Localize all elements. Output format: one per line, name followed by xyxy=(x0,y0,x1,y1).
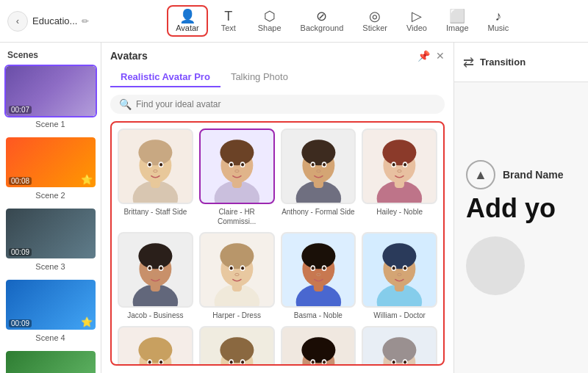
scene-item-2[interactable]: 00:08 ⭐ Scene 2 xyxy=(4,136,96,200)
svg-point-88 xyxy=(159,360,162,363)
avatar-img-7 xyxy=(281,232,356,308)
add-text: Add yo xyxy=(466,195,563,222)
tool-shape[interactable]: ⬡ Shape xyxy=(249,5,290,37)
scene-time-3: 00:09 xyxy=(9,248,32,256)
svg-point-4 xyxy=(138,140,172,165)
svg-point-116 xyxy=(392,360,395,363)
tool-video[interactable]: ▷ Video xyxy=(398,5,436,37)
pin-button[interactable]: 📌 xyxy=(417,50,430,62)
avatar-card-8[interactable]: William - Doctor xyxy=(362,232,437,320)
brand-logo: ▲ xyxy=(466,160,495,189)
avatar-tab-talking[interactable]: Talking Photo xyxy=(220,68,298,87)
avatars-panel: Avatars 📌 ✕ Realistic Avatar ProTalking … xyxy=(101,43,454,373)
avatar-card-6[interactable]: Harper - Dress xyxy=(199,232,275,320)
sticker-icon: ◎ xyxy=(369,10,381,23)
scenes-title: Scenes xyxy=(4,48,96,65)
avatar-card-10[interactable] xyxy=(199,326,275,366)
avatar-card-9[interactable] xyxy=(118,326,193,366)
svg-point-64 xyxy=(301,243,335,269)
scene-time-1: 00:07 xyxy=(9,106,32,114)
canvas-content: ▲ Brand Name Add yo xyxy=(466,160,563,295)
avatar-img-6 xyxy=(199,232,275,308)
close-button[interactable]: ✕ xyxy=(436,50,445,62)
scene-thumb-2: 00:08 ⭐ xyxy=(4,136,97,189)
scene-emoji-4: ⭐ xyxy=(81,316,93,327)
avatar-img-3 xyxy=(281,128,356,204)
brand-name-text: Brand Name xyxy=(503,169,563,181)
svg-point-94 xyxy=(220,337,254,363)
back-icon: ‹ xyxy=(16,15,19,26)
svg-point-118 xyxy=(404,360,406,363)
image-icon: ⬜ xyxy=(449,10,465,23)
svg-point-86 xyxy=(148,360,151,363)
avatar-grid-container[interactable]: Brittany - Staff Side xyxy=(110,121,445,366)
svg-point-69 xyxy=(316,273,320,275)
svg-point-56 xyxy=(229,267,232,269)
scene-item-1[interactable]: 00:07 Scene 1 xyxy=(4,65,96,128)
scene-emoji-2: ⭐ xyxy=(81,174,93,185)
svg-point-29 xyxy=(316,170,320,172)
scene-item-3[interactable]: 00:09 Scene 3 xyxy=(4,207,96,271)
svg-point-104 xyxy=(301,337,335,363)
tool-text[interactable]: T Text xyxy=(209,5,248,37)
tool-avatar[interactable]: 👤 Avatar xyxy=(167,5,208,37)
scene-time-4: 00:09 xyxy=(9,319,32,327)
svg-point-68 xyxy=(323,267,326,269)
avatar-name-6: Harper - Dress xyxy=(212,311,261,320)
avatar-name-7: Basma - Noble xyxy=(294,311,343,320)
avatar-card-1[interactable]: Brittany - Staff Side xyxy=(118,128,193,226)
svg-point-66 xyxy=(311,267,314,269)
svg-point-38 xyxy=(404,163,406,166)
avatar-name-1: Brittany - Staff Side xyxy=(123,207,187,217)
svg-point-106 xyxy=(311,360,314,363)
video-label: Video xyxy=(406,24,427,32)
avatar-icon: 👤 xyxy=(179,10,196,23)
tool-music[interactable]: ♪ Music xyxy=(479,5,518,37)
canvas-area: ▲ Brand Name Add yo xyxy=(454,82,588,373)
avatar-card-2[interactable]: Claire - HR Commissi... xyxy=(199,128,275,226)
text-icon: T xyxy=(224,10,232,23)
right-panel: ⇄ Transition ▲ Brand Name Add yo xyxy=(454,43,588,373)
scene-thumb-3: 00:09 xyxy=(4,207,97,260)
avatar-img-11 xyxy=(281,326,356,366)
avatar-card-11[interactable] xyxy=(281,326,356,366)
avatar-card-7[interactable]: Basma - Noble xyxy=(281,232,356,320)
avatar-grid: Brittany - Staff Side xyxy=(118,128,437,366)
svg-point-9 xyxy=(154,170,157,172)
svg-point-39 xyxy=(398,170,401,172)
svg-point-74 xyxy=(383,243,417,269)
tool-background[interactable]: ⊘ Background xyxy=(292,5,353,37)
search-input[interactable] xyxy=(136,99,436,109)
scene-thumb-4: 00:09 ⭐ xyxy=(4,278,97,331)
svg-point-78 xyxy=(404,267,406,269)
avatar-card-5[interactable]: Jacob - Business xyxy=(118,232,193,320)
panel-header-actions: 📌 ✕ xyxy=(417,50,445,62)
edit-icon[interactable]: ✏ xyxy=(82,16,89,26)
scene-label-3: Scene 3 xyxy=(4,262,96,271)
svg-point-19 xyxy=(234,170,238,172)
scene-thumb-5: 00:07 xyxy=(4,350,97,373)
avatar-name-5: Jacob - Business xyxy=(127,311,183,320)
video-icon: ▷ xyxy=(412,10,422,23)
scene-label-1: Scene 1 xyxy=(4,120,96,128)
transition-label: Transition xyxy=(480,57,526,68)
avatar-name-3: Anthony - Formal Side xyxy=(282,207,355,217)
music-label: Music xyxy=(488,24,509,32)
back-button[interactable]: ‹ xyxy=(7,11,28,32)
avatar-card-4[interactable]: Hailey - Noble xyxy=(362,128,437,226)
scene-item-5[interactable]: 00:07 Scene 5 xyxy=(4,350,96,373)
avatar-card-3[interactable]: Anthony - Formal Side xyxy=(281,128,356,226)
svg-point-6 xyxy=(148,163,151,166)
scene-time-2: 00:08 xyxy=(9,177,32,185)
scene-item-4[interactable]: 00:09 ⭐ Scene 4 xyxy=(4,278,96,342)
avatar-name-8: William - Doctor xyxy=(373,311,426,320)
avatar-card-12[interactable] xyxy=(362,326,437,366)
tool-image[interactable]: ⬜ Image xyxy=(437,5,478,37)
svg-point-34 xyxy=(383,140,417,165)
svg-point-54 xyxy=(220,243,254,269)
sticker-label: Sticker xyxy=(362,24,387,32)
svg-point-76 xyxy=(392,267,395,269)
avatar-name-2: Claire - HR Commissi... xyxy=(199,207,275,226)
avatar-tab-realistic[interactable]: Realistic Avatar Pro xyxy=(110,68,220,87)
tool-sticker[interactable]: ◎ Sticker xyxy=(354,5,396,37)
